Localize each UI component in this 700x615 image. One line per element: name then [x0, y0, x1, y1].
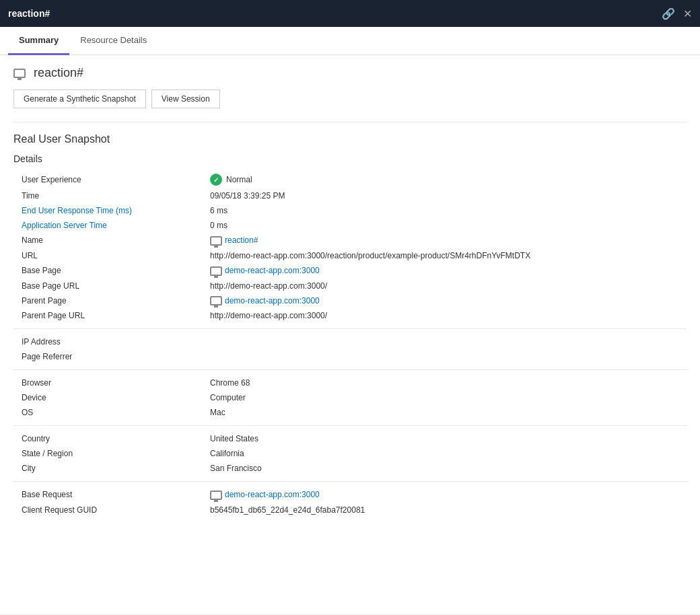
detail-row-name: Name reaction#	[13, 233, 687, 248]
detail-row-client-request-guid: Client Request GUID b5645fb1_db65_22d4_e…	[13, 503, 687, 517]
base-page-key: Base Page	[22, 266, 210, 275]
browser-value: Chrome 68	[210, 378, 687, 388]
base-request-value[interactable]: demo-react-app.com:3000	[210, 490, 687, 500]
generate-snapshot-button[interactable]: Generate a Synthetic Snapshot	[13, 89, 146, 108]
details-group: User Experience ✓ Normal Time 09/05/18 3…	[13, 171, 687, 517]
time-value: 09/05/18 3:39:25 PM	[210, 191, 687, 201]
group-divider-1	[13, 328, 687, 329]
page-header-title: reaction#	[34, 66, 83, 80]
city-value: San Francisco	[210, 464, 687, 473]
action-buttons: Generate a Synthetic Snapshot View Sessi…	[13, 89, 687, 108]
detail-row-time: Time 09/05/18 3:39:25 PM	[13, 188, 687, 203]
parent-page-url-key: Parent Page URL	[22, 311, 210, 320]
group-divider-3	[13, 425, 687, 426]
name-monitor-icon	[210, 236, 222, 246]
end-user-response-key: End User Response Time (ms)	[22, 206, 210, 215]
country-key: Country	[22, 434, 210, 443]
state-value: California	[210, 449, 687, 458]
section-divider	[13, 122, 687, 122]
group-divider-2	[13, 369, 687, 370]
device-value: Computer	[210, 393, 687, 402]
status-normal: ✓ Normal	[210, 174, 687, 186]
group-divider-4	[13, 481, 687, 482]
base-page-monitor-icon	[210, 266, 222, 276]
city-key: City	[22, 464, 210, 473]
base-page-url-value: http://demo-react-app.com:3000/	[210, 281, 687, 291]
detail-row-base-page-url: Base Page URL http://demo-react-app.com:…	[13, 279, 687, 293]
details-label: Details	[13, 153, 687, 164]
detail-row-page-referrer: Page Referrer	[13, 349, 687, 364]
parent-page-key: Parent Page	[22, 296, 210, 305]
app-server-time-key: Application Server Time	[22, 221, 210, 230]
os-value: Mac	[210, 408, 687, 417]
app-title: reaction#	[8, 8, 50, 19]
detail-row-country: Country United States	[13, 431, 687, 446]
app-server-time-value: 0 ms	[210, 221, 687, 230]
name-key: Name	[22, 236, 210, 245]
os-key: OS	[22, 408, 210, 417]
user-experience-value: ✓ Normal	[210, 174, 687, 186]
detail-row-parent-page-url: Parent Page URL http://demo-react-app.co…	[13, 308, 687, 323]
view-session-button[interactable]: View Session	[151, 89, 220, 108]
state-key: State / Region	[22, 449, 210, 458]
detail-row-browser: Browser Chrome 68	[13, 375, 687, 390]
end-user-response-value: 6 ms	[210, 206, 687, 215]
base-page-value[interactable]: demo-react-app.com:3000	[210, 266, 687, 276]
browser-key: Browser	[22, 378, 210, 388]
detail-row-base-request: Base Request demo-react-app.com:3000	[13, 487, 687, 503]
parent-page-url-value: http://demo-react-app.com:3000/	[210, 311, 687, 320]
parent-page-monitor-icon	[210, 296, 222, 305]
parent-page-value[interactable]: demo-react-app.com:3000	[210, 296, 687, 306]
country-value: United States	[210, 434, 687, 443]
monitor-icon	[13, 69, 26, 78]
detail-row-device: Device Computer	[13, 390, 687, 405]
user-experience-key: User Experience	[22, 175, 210, 184]
status-dot: ✓	[210, 174, 222, 186]
client-request-guid-value: b5645fb1_db65_22d4_e24d_6faba7f20081	[210, 505, 687, 515]
page-header: reaction#	[13, 66, 687, 80]
device-key: Device	[22, 393, 210, 402]
detail-row-city: City San Francisco	[13, 461, 687, 476]
section-title: Real User Snapshot	[13, 133, 687, 145]
time-key: Time	[22, 191, 210, 201]
main-content: reaction# Generate a Synthetic Snapshot …	[0, 55, 700, 614]
tab-bar: Summary Resource Details	[0, 27, 700, 55]
name-value[interactable]: reaction#	[210, 236, 687, 246]
client-request-guid-key: Client Request GUID	[22, 505, 210, 515]
base-page-url-key: Base Page URL	[22, 281, 210, 291]
title-bar-controls: 🔗 ✕	[662, 7, 692, 20]
ip-address-key: IP Address	[22, 337, 210, 347]
tab-resource-details[interactable]: Resource Details	[69, 27, 158, 55]
link-icon[interactable]: 🔗	[662, 7, 675, 20]
detail-row-end-user-response: End User Response Time (ms) 6 ms	[13, 203, 687, 218]
detail-row-url: URL http://demo-react-app.com:3000/react…	[13, 248, 687, 263]
close-icon[interactable]: ✕	[683, 7, 692, 20]
base-request-monitor-icon	[210, 491, 222, 500]
detail-row-parent-page: Parent Page demo-react-app.com:3000	[13, 293, 687, 309]
detail-row-state: State / Region California	[13, 446, 687, 461]
base-request-key: Base Request	[22, 490, 210, 499]
detail-row-os: OS Mac	[13, 405, 687, 420]
detail-row-ip-address: IP Address	[13, 334, 687, 349]
title-bar: reaction# 🔗 ✕	[0, 0, 700, 27]
page-referrer-key: Page Referrer	[22, 352, 210, 361]
url-key: URL	[22, 251, 210, 260]
detail-row-base-page: Base Page demo-react-app.com:3000	[13, 263, 687, 279]
detail-row-app-server-time: Application Server Time 0 ms	[13, 218, 687, 233]
tab-summary[interactable]: Summary	[8, 27, 69, 55]
detail-row-user-experience: User Experience ✓ Normal	[13, 171, 687, 188]
url-value: http://demo-react-app.com:3000/reaction/…	[210, 251, 687, 260]
